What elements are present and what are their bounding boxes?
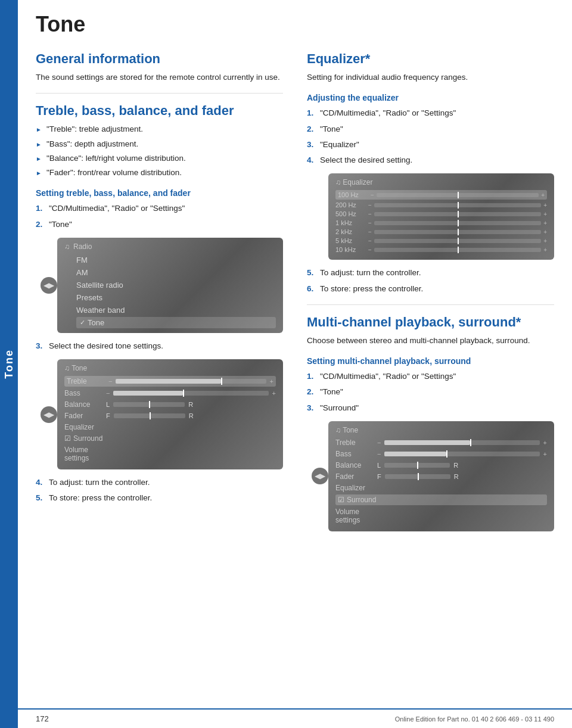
setting-treble-heading: Setting treble, bass, balance, and fader xyxy=(36,188,283,198)
tone-row-fader: Fader F R xyxy=(64,411,276,421)
bullet-fader: ►"Fader": front/rear volume distribution… xyxy=(36,167,283,179)
tone-row-surround: Surround xyxy=(64,434,276,443)
left-column: General information The sound settings a… xyxy=(36,51,283,539)
radio-menu-item-weather: Weather band xyxy=(76,304,276,316)
section-equalizer: Equalizer* Setting for individual audio … xyxy=(307,51,554,295)
tone2-row-fader: Fader F R xyxy=(335,472,547,481)
treble-bass-bullets: ►"Treble": treble adjustment. ►"Bass": d… xyxy=(36,123,283,179)
list-item: 3."Surround" xyxy=(307,402,554,414)
treble-steps-final: 4.To adjust: turn the controller. 5.To s… xyxy=(36,477,283,505)
radio-menu-item-fm: FM xyxy=(76,254,276,266)
radio-menu-item-presets: Presets xyxy=(76,292,276,303)
list-item: 6.To store: press the controller. xyxy=(307,283,554,295)
tone-row-bass: Bass − + xyxy=(64,388,276,398)
treble-bass-heading: Treble, bass, balance, and fader xyxy=(36,103,283,119)
eq-row-1khz: 1 kHz − + xyxy=(335,219,547,226)
eq-screen-title: ♫ Equalizer xyxy=(335,178,547,186)
treble-steps-list-2: 3.Select the desired tone settings. xyxy=(36,340,283,352)
radio-screen: ♫ Radio FM AM Satellite radio Presets We… xyxy=(57,238,283,333)
general-info-body: The sound settings are stored for the re… xyxy=(36,71,283,83)
eq-row-5khz: 5 kHz − + xyxy=(335,237,547,244)
tone2-row-treble: Treble − + xyxy=(335,438,547,447)
list-item: 1."CD/Multimedia", "Radio" or "Settings" xyxy=(307,371,554,382)
eq-row-200hz: 200 Hz − + xyxy=(335,201,547,209)
tone-screen2-title: ♫ Tone xyxy=(335,426,547,434)
tone2-row-balance: Balance L R xyxy=(335,461,547,470)
tone2-row-surround: Surround xyxy=(335,494,547,505)
tone-nav-button: ◀▶ xyxy=(41,406,57,423)
multichannel-body: Choose between stereo and multi-channel … xyxy=(307,335,554,347)
list-item: 1."CD/Multimedia", "Radio" or "Settings" xyxy=(307,107,554,119)
tone-nav-button-2: ◀▶ xyxy=(312,468,328,484)
bullet-icon: ► xyxy=(36,169,42,178)
eq-steps-final: 5.To adjust: turn the controller. 6.To s… xyxy=(307,267,554,295)
eq-row-100hz: 100 Hz − + xyxy=(335,190,547,200)
bullet-balance: ►"Balance": left/right volume distributi… xyxy=(36,153,283,164)
list-item: 4.To adjust: turn the controller. xyxy=(36,477,283,489)
list-item: 2."Tone" xyxy=(36,219,283,231)
tone-screen-2: ♫ Tone Treble − + xyxy=(328,421,554,531)
list-item: 3."Equalizer" xyxy=(307,139,554,151)
eq-row-500hz: 500 Hz − + xyxy=(335,210,547,217)
divider xyxy=(36,93,283,94)
list-item: 4.Select the desired setting. xyxy=(307,154,554,166)
surround-steps-list: 1."CD/Multimedia", "Radio" or "Settings"… xyxy=(307,371,554,414)
list-item: 5.To store: press the controller. xyxy=(36,492,283,504)
list-item: 3.Select the desired tone settings. xyxy=(36,340,283,352)
list-item: 1."CD/Multimedia", "Radio" or "Settings" xyxy=(36,203,283,214)
tone-row-balance: Balance L R xyxy=(64,400,276,409)
tone-screen: ♫ Tone Treble − + xyxy=(57,359,283,469)
footer-text: Online Edition for Part no. 01 40 2 606 … xyxy=(395,715,554,723)
page-number: 172 xyxy=(36,714,49,723)
side-tab-label: Tone xyxy=(3,349,15,379)
list-item: 2."Tone" xyxy=(307,123,554,135)
radio-screen-wrapper: ◀▶ ♫ Radio FM AM Satellite radio Presets… xyxy=(36,238,283,333)
eq-row-2khz: 2 kHz − + xyxy=(335,228,547,235)
radio-menu-item-tone: Tone xyxy=(76,317,276,328)
radio-screen-title: ♫ Radio xyxy=(64,242,276,251)
eq-screen: ♫ Equalizer 100 Hz − + xyxy=(328,173,554,260)
bass-bar xyxy=(113,391,268,396)
list-item: 5.To adjust: turn the controller. xyxy=(307,267,554,279)
tone-row-equalizer: Equalizer xyxy=(64,422,276,432)
tone2-row-equalizer: Equalizer xyxy=(335,483,547,493)
section-general-info: General information The sound settings a… xyxy=(36,51,283,83)
setting-surround-heading: Setting multi-channel playback, surround xyxy=(307,356,554,366)
footer: 172 Online Edition for Part no. 01 40 2 … xyxy=(0,708,572,728)
treble-steps-list: 1."CD/Multimedia", "Radio" or "Settings"… xyxy=(36,203,283,231)
tone-screen-title: ♫ Tone xyxy=(64,364,276,372)
bullet-icon: ► xyxy=(36,140,42,149)
page-title: Tone xyxy=(36,12,554,37)
radio-menu-item-satellite: Satellite radio xyxy=(76,279,276,291)
radio-menu-items: FM AM Satellite radio Presets Weather ba… xyxy=(64,254,276,328)
multichannel-heading: Multi-channel playback, surround* xyxy=(307,315,554,330)
screen-nav-button: ◀▶ xyxy=(41,277,57,294)
section-multichannel: Multi-channel playback, surround* Choose… xyxy=(307,315,554,531)
right-column: Equalizer* Setting for individual audio … xyxy=(307,51,554,539)
side-tab: Tone xyxy=(0,0,18,728)
bullet-bass: ►"Bass": depth adjustment. xyxy=(36,138,283,150)
general-info-heading: General information xyxy=(36,51,283,67)
treble-bar xyxy=(116,379,266,384)
list-item: 2."Tone" xyxy=(307,386,554,398)
eq-screen-wrapper: ♫ Equalizer 100 Hz − + xyxy=(307,173,554,260)
bullet-icon: ► xyxy=(36,154,42,163)
tone2-row-volume: Volume settings xyxy=(335,507,547,525)
tone-row-volume: Volume settings xyxy=(64,445,276,463)
eq-steps-list: 1."CD/Multimedia", "Radio" or "Settings"… xyxy=(307,107,554,166)
radio-menu-item-am: AM xyxy=(76,267,276,278)
equalizer-body: Setting for individual audio frequency r… xyxy=(307,71,554,83)
tone2-row-bass: Bass − + xyxy=(335,449,547,459)
bullet-treble: ►"Treble": treble adjustment. xyxy=(36,123,283,135)
tone-row-treble: Treble − + xyxy=(64,376,276,387)
eq-row-10khz: 10 kHz − + xyxy=(335,246,547,253)
tone-screen-wrapper: ◀▶ ♫ Tone Treble − xyxy=(36,359,283,469)
equalizer-heading: Equalizer* xyxy=(307,51,554,67)
section-treble-bass: Treble, bass, balance, and fader ►"Trebl… xyxy=(36,103,283,504)
adjusting-eq-heading: Adjusting the equalizer xyxy=(307,93,554,102)
bullet-icon: ► xyxy=(36,125,42,134)
divider-right xyxy=(307,304,554,305)
tone-screen2-wrapper: ◀▶ ♫ Tone Treble − xyxy=(307,421,554,531)
